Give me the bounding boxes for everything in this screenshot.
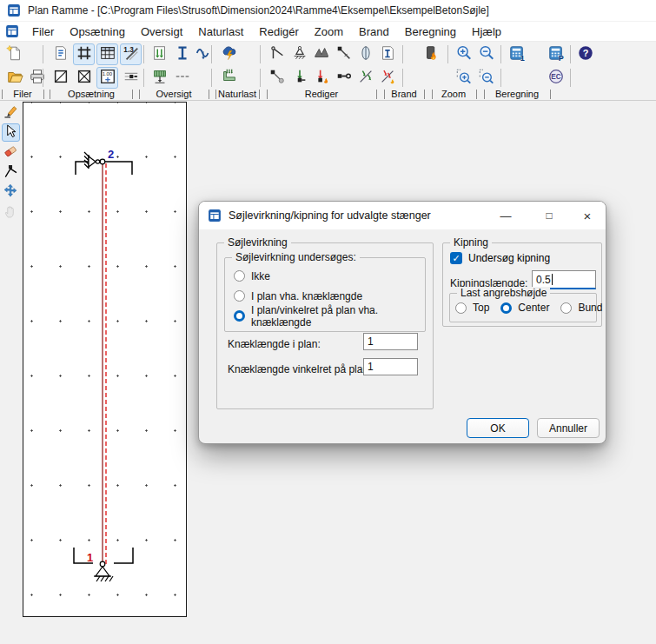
frame-cross-button[interactable] — [73, 67, 95, 89]
load-arrows-fire-button[interactable] — [376, 67, 398, 89]
draw-tool-button[interactable] — [2, 103, 20, 122]
document-report-button[interactable] — [50, 43, 71, 65]
toolbar-separator — [43, 69, 43, 87]
close-icon[interactable]: × — [573, 202, 602, 229]
window-title: Plan Ramme - [C:\Program Files\Strusoft\… — [28, 4, 489, 17]
grid-settings-button[interactable]: 1.00 — [96, 67, 118, 89]
menu-hjaelp[interactable]: Hjælp — [464, 23, 509, 40]
help-button[interactable]: ? — [574, 43, 596, 65]
select-tool-button[interactable] — [2, 123, 20, 142]
steel-profile-button[interactable] — [171, 43, 193, 65]
fire-document-icon — [423, 44, 441, 65]
zoom-out-icon — [478, 44, 495, 65]
open-folder-icon — [6, 68, 23, 89]
natural-load-cloud-button[interactable] — [218, 43, 240, 65]
fire-load-button[interactable] — [310, 67, 332, 89]
toolbar-group-label-filer: Filer — [13, 89, 31, 99]
distributed-load-button[interactable] — [149, 67, 170, 89]
new-document-button[interactable] — [3, 43, 25, 65]
open-folder-button[interactable] — [3, 67, 25, 89]
ok-button[interactable]: OK — [467, 418, 529, 438]
menu-oversigt[interactable]: Oversigt — [133, 23, 190, 40]
menu-brand[interactable]: Brand — [351, 23, 397, 40]
last-angrebshojde-radio-2[interactable] — [500, 302, 512, 314]
drawing-canvas[interactable]: 2 1 — [23, 102, 187, 617]
menu-rediger[interactable]: Redigér — [251, 23, 307, 40]
menu-beregning[interactable]: Beregning — [397, 23, 464, 40]
column-profile-button[interactable] — [355, 43, 376, 65]
undersoges-option-1[interactable]: Ikke — [234, 266, 423, 286]
last-angrebshojde-option-1[interactable]: Top — [455, 300, 489, 315]
elbow-load-button[interactable] — [218, 67, 240, 89]
knaeklaengde-i-plan-input[interactable]: 1 — [363, 333, 418, 350]
load-arrows-green-button[interactable] — [355, 67, 376, 89]
calculate-p-button[interactable]: P — [545, 43, 567, 65]
knaeklaengde-i-plan-value: 1 — [368, 335, 374, 348]
zoom-window-in-button[interactable] — [453, 67, 474, 89]
frame-model: 2 1 — [23, 103, 186, 616]
document-report-icon — [52, 44, 70, 65]
menu-filer[interactable]: Filer — [24, 23, 62, 40]
node-link-button[interactable] — [266, 67, 288, 89]
minimize-icon[interactable]: — — [491, 202, 520, 229]
node-key-button[interactable] — [333, 67, 355, 89]
toolbar-group-label-rediger: Rediger — [305, 89, 339, 99]
dialog-title-bar[interactable]: Søjlevirkning/kipning for udvalgte stæng… — [199, 202, 606, 229]
group-sojlevirkning-label: Søjlevirkning — [224, 236, 291, 249]
support-roller-button[interactable] — [288, 43, 310, 65]
frame-diagonal-button[interactable] — [50, 67, 71, 89]
last-angrebshojde-option-3[interactable]: Bund — [560, 300, 602, 315]
undersoges-option-3[interactable]: I plan/vinkelret på plan vha. knæklængde — [234, 306, 423, 326]
undersoges-radio-2[interactable] — [234, 290, 245, 302]
scale-annotation-button[interactable]: 1.3 — [120, 43, 142, 65]
print-button[interactable] — [26, 67, 48, 89]
last-angrebshojde-radio-3[interactable] — [560, 302, 572, 314]
group-kipning-label: Kipning — [450, 236, 492, 249]
bar-annotation-button[interactable] — [333, 43, 355, 65]
line-dashes-button[interactable] — [171, 67, 193, 89]
undersoges-radio-1[interactable] — [234, 270, 245, 282]
bar-edit-tool-button[interactable] — [2, 163, 20, 182]
erase-tool-button[interactable] — [2, 143, 20, 162]
zoom-window-out-button[interactable] — [475, 67, 497, 89]
grid-frame-button[interactable] — [73, 43, 95, 65]
undersoges-label-1: Ikke — [251, 270, 270, 282]
menu-naturlast[interactable]: Naturlast — [190, 23, 251, 40]
point-load-button[interactable] — [288, 67, 310, 89]
last-angrebshojde-option-2[interactable]: Center — [500, 300, 549, 315]
move-tool-button[interactable] — [2, 183, 20, 202]
toolbar-label-separator — [484, 90, 485, 99]
cancel-button[interactable]: Annuller — [537, 418, 600, 438]
svg-text:P: P — [558, 53, 563, 61]
shell-plates-button[interactable] — [310, 43, 332, 65]
support-fixed-button[interactable] — [266, 43, 288, 65]
toolbar-group-label-opsætning: Opsætning — [68, 89, 115, 99]
support-roller-icon — [291, 44, 308, 65]
grid-table-button[interactable] — [96, 43, 118, 65]
node-slider-button[interactable] — [120, 67, 142, 89]
menu-opsaetning[interactable]: Opsætning — [62, 23, 133, 40]
pan-tool-button[interactable] — [2, 203, 20, 222]
undersog-kipning-row[interactable]: ✓ Undersøg kipning — [450, 252, 550, 264]
profile-document-button[interactable] — [376, 43, 398, 65]
support-bottom[interactable] — [94, 561, 113, 581]
toolbar-label-separator — [432, 90, 433, 99]
help-icon: ? — [577, 44, 594, 65]
support-top[interactable] — [84, 152, 105, 169]
toolbar-label-separator — [267, 90, 268, 99]
group-last-angrebshojde-label: Last angrebshøjde — [457, 287, 550, 299]
maximize-icon[interactable]: □ — [534, 202, 564, 229]
menu-zoom[interactable]: Zoom — [307, 23, 351, 40]
knaeklaengde-vinkelret-input[interactable]: 1 — [363, 358, 418, 375]
toolbar-separator — [447, 45, 448, 63]
undersoges-radio-3[interactable] — [234, 310, 245, 322]
eurocode-button[interactable]: EC — [545, 67, 567, 89]
fire-document-button[interactable] — [421, 43, 442, 65]
zoom-in-button[interactable] — [453, 43, 474, 65]
last-angrebshojde-radio-1[interactable] — [455, 302, 467, 314]
zoom-out-button[interactable] — [475, 43, 497, 65]
undersog-kipning-checkbox[interactable]: ✓ — [450, 252, 462, 264]
calculate-1-button[interactable]: 1 — [506, 43, 527, 65]
load-arrows-page-button[interactable] — [149, 43, 170, 65]
fire-load-icon — [313, 68, 330, 89]
